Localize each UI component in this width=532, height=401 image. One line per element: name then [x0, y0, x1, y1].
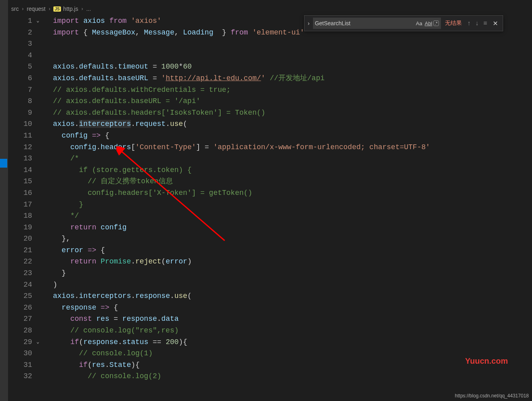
code-line[interactable]: return config — [53, 222, 532, 233]
code-line[interactable]: /* — [53, 153, 532, 164]
code-line[interactable]: return Promise.reject(error) — [53, 256, 532, 267]
code-line[interactable]: if (store.getters.token) { — [53, 164, 532, 176]
watermark-text: Yuucn.com — [465, 356, 508, 366]
find-next-icon[interactable]: ↓ — [474, 19, 480, 28]
find-result-text: 无结果 — [443, 20, 464, 27]
code-line[interactable]: error => { — [53, 245, 532, 256]
code-line[interactable]: if(res.State){ — [53, 359, 532, 371]
chevron-right-icon: › — [81, 6, 84, 12]
fold-icon[interactable]: ⌄ — [34, 15, 39, 27]
code-line[interactable]: // console.log(2) — [53, 371, 532, 382]
breadcrumb-seg[interactable]: request — [27, 6, 46, 12]
find-input-container[interactable]: Aa Abl .* — [313, 18, 441, 29]
line-number: 28 — [8, 325, 44, 336]
line-number: 5 — [8, 61, 44, 73]
line-number: 19 — [8, 222, 44, 233]
code-line[interactable] — [53, 38, 532, 50]
line-number: 9 — [8, 107, 44, 119]
code-line[interactable]: ) — [53, 279, 532, 291]
line-number: 16 — [8, 187, 44, 199]
code-line[interactable]: axios.interceptors.response.use( — [53, 290, 532, 302]
find-input[interactable] — [315, 20, 415, 26]
line-number: 26 — [8, 302, 44, 314]
activity-bar — [0, 0, 8, 401]
code-line[interactable]: axios.interceptors.request.use( — [53, 118, 532, 130]
line-number: 12 — [8, 142, 44, 153]
code-line[interactable]: */ — [53, 210, 532, 222]
breadcrumb-seg[interactable]: src — [11, 6, 19, 12]
editor-area[interactable]: 1⌄23456789101112131415161718192021222324… — [8, 15, 532, 401]
line-number: 1⌄ — [8, 15, 44, 27]
code-line[interactable]: config.headers['X-Token'] = getToken() — [53, 187, 532, 199]
line-number: 6 — [8, 73, 44, 84]
chevron-right-icon: › — [21, 6, 24, 12]
regex-icon[interactable]: .* — [433, 20, 439, 26]
code-line[interactable]: // console.log("res",res) — [53, 325, 532, 336]
line-number: 14 — [8, 164, 44, 176]
line-number: 2 — [8, 27, 44, 38]
line-number: 8 — [8, 95, 44, 107]
code-line[interactable]: // axios.defaults.withCredentials = true… — [53, 84, 532, 96]
code-line[interactable]: const res = response.data — [53, 313, 532, 325]
chevron-right-icon: › — [48, 6, 51, 12]
breadcrumb[interactable]: src › request › JS http.js › ... — [11, 3, 91, 14]
line-gutter: 1⌄23456789101112131415161718192021222324… — [8, 15, 44, 382]
line-number: 11 — [8, 130, 44, 142]
line-number: 23 — [8, 267, 44, 279]
line-number: 24 — [8, 279, 44, 291]
code-line[interactable] — [53, 50, 532, 61]
line-number: 21 — [8, 245, 44, 256]
code-line[interactable]: // axios.defaults.headers['IsoksToken'] … — [53, 107, 532, 119]
line-number: 10 — [8, 118, 44, 130]
line-number: 17 — [8, 199, 44, 211]
line-number: 32 — [8, 371, 44, 382]
code-line[interactable]: } — [53, 199, 532, 211]
js-file-icon: JS — [53, 6, 61, 12]
match-case-icon[interactable]: Aa — [415, 20, 424, 27]
line-number: 27 — [8, 313, 44, 325]
find-selection-icon[interactable]: ≡ — [482, 19, 489, 28]
find-widget[interactable]: › Aa Abl .* 无结果 ↑ ↓ ≡ ✕ — [304, 15, 503, 31]
find-prev-icon[interactable]: ↑ — [466, 19, 472, 28]
line-number: 7 — [8, 84, 44, 96]
code-line[interactable]: config.headers['Content-Type'] = 'applic… — [53, 142, 532, 153]
line-number: 22 — [8, 256, 44, 267]
find-close-icon[interactable]: ✕ — [490, 19, 500, 28]
breadcrumb-tail[interactable]: ... — [86, 6, 91, 12]
line-number: 30 — [8, 348, 44, 359]
line-number: 13 — [8, 153, 44, 164]
code-content[interactable]: import axios from 'axios'import { Messag… — [53, 15, 532, 382]
line-number: 15 — [8, 176, 44, 187]
code-line[interactable]: response => { — [53, 302, 532, 314]
fold-icon[interactable]: ⌄ — [34, 336, 39, 348]
code-line[interactable]: } — [53, 267, 532, 279]
activity-marker — [0, 159, 7, 168]
code-line[interactable]: // 自定义携带token信息 — [53, 176, 532, 187]
code-line[interactable]: config => { — [53, 130, 532, 142]
footer-url: https://blog.csdn.net/qq_44317018 — [455, 393, 529, 399]
match-word-icon[interactable]: Abl — [424, 20, 434, 27]
toggle-replace-icon[interactable]: › — [306, 18, 311, 29]
code-line[interactable]: axios.defaults.timeout = 1000*60 — [53, 61, 532, 73]
code-line[interactable]: if(response.status == 200){ — [53, 336, 532, 348]
code-line[interactable]: }, — [53, 233, 532, 245]
line-number: 25 — [8, 290, 44, 302]
line-number: 31 — [8, 359, 44, 371]
code-line[interactable]: // axios.defaults.baseURL = '/api' — [53, 95, 532, 107]
line-number: 3 — [8, 38, 44, 50]
code-line[interactable]: axios.defaults.baseURL = 'http://api.lt-… — [53, 73, 532, 84]
breadcrumb-file[interactable]: http.js — [63, 6, 78, 12]
line-number: 18 — [8, 210, 44, 222]
line-number: 4 — [8, 50, 44, 61]
code-line[interactable]: // console.log(1) — [53, 348, 532, 359]
line-number: 29⌄ — [8, 336, 44, 348]
line-number: 20 — [8, 233, 44, 245]
